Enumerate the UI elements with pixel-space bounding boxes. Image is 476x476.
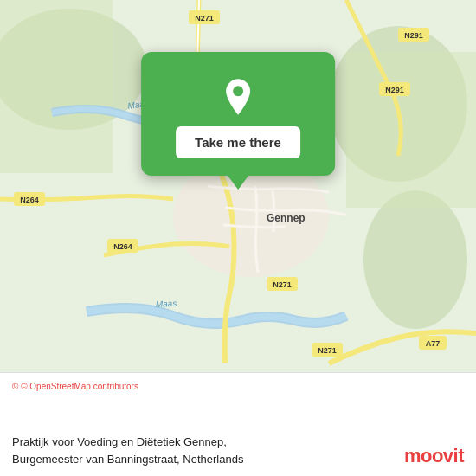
info-bar: © © OpenStreetMap contributors Praktijk … [0, 372, 476, 476]
svg-point-3 [363, 190, 467, 329]
copyright-label: © OpenStreetMap contributors [21, 382, 138, 391]
moovit-text: moovit [404, 445, 464, 467]
copyright-symbol: © [12, 382, 18, 391]
svg-text:N271: N271 [273, 280, 292, 289]
moovit-logo: moovit [404, 445, 464, 467]
location-address: Praktijk voor Voeding en Diëtetiek Genne… [12, 434, 243, 467]
map-container: N271 N291 N291 N264 N264 N271 N271 A77 M… [0, 0, 476, 372]
svg-point-28 [233, 86, 243, 96]
address-line1: Praktijk voor Voeding en Diëtetiek Genne… [12, 434, 243, 451]
svg-text:N271: N271 [195, 14, 214, 23]
svg-rect-5 [346, 52, 476, 208]
location-pin-icon [219, 78, 257, 116]
info-bottom: Praktijk voor Voeding en Diëtetiek Genne… [12, 434, 464, 467]
svg-text:Gennep: Gennep [267, 212, 306, 224]
svg-text:N291: N291 [404, 31, 423, 40]
address-line2: Burgemeester van Banningstraat, Netherla… [12, 451, 243, 468]
svg-text:N264: N264 [113, 242, 132, 251]
svg-text:Maas: Maas [156, 299, 177, 309]
take-me-there-button[interactable]: Take me there [176, 126, 300, 158]
svg-text:N291: N291 [385, 86, 404, 94]
svg-text:N264: N264 [20, 196, 39, 204]
svg-text:A77: A77 [426, 339, 441, 348]
copyright-text: © © OpenStreetMap contributors [12, 382, 464, 391]
svg-text:N271: N271 [318, 346, 337, 355]
map-popup: Take me there [141, 52, 335, 176]
svg-rect-4 [0, 0, 113, 173]
